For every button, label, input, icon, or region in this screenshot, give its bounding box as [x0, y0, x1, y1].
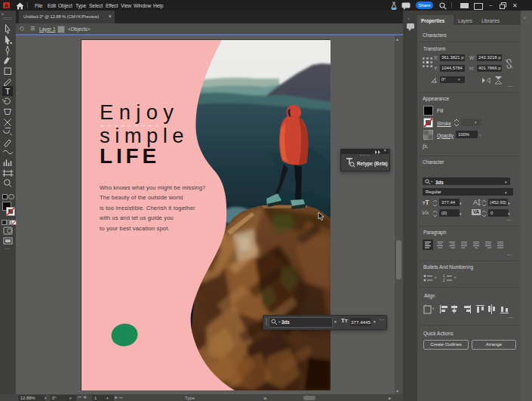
svg-text:T: T — [5, 87, 11, 96]
svg-text:A: A — [473, 199, 478, 206]
svg-text:1: 1 — [443, 274, 445, 278]
svg-text:2: 2 — [443, 279, 445, 282]
